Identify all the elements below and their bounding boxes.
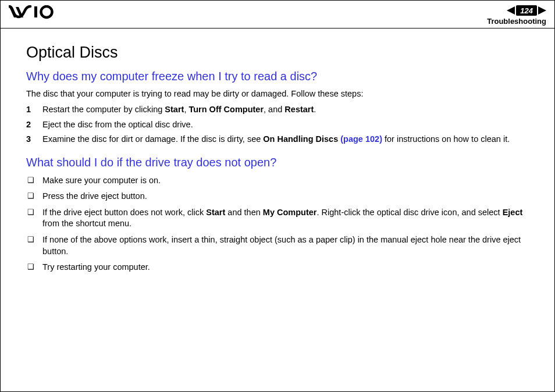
question-2-items: Make sure your computer is on. Press the… <box>26 175 529 273</box>
svg-rect-0 <box>34 6 37 17</box>
page-link[interactable]: (page 102) <box>338 134 382 144</box>
text: and then <box>225 208 263 217</box>
next-page-arrow-icon[interactable] <box>538 6 546 15</box>
text: Make sure your computer is on. <box>42 176 161 185</box>
text: . Right-click the optical disc drive ico… <box>316 208 502 217</box>
list-item: 2 Eject the disc from the optical disc d… <box>26 119 529 131</box>
question-1-steps: 1 Restart the computer by clicking Start… <box>26 104 529 145</box>
text: If the drive eject button does not work,… <box>42 208 206 217</box>
bold-text: Start <box>165 105 184 114</box>
list-item: Try restarting your computer. <box>26 262 529 273</box>
section-label: Troubleshooting <box>487 17 546 26</box>
question-1-heading: Why does my computer freeze when I try t… <box>26 70 529 83</box>
list-item: Make sure your computer is on. <box>26 175 529 187</box>
vaio-logo <box>9 5 67 22</box>
bold-text: Restart <box>284 105 314 114</box>
page-number: 124 <box>516 5 537 16</box>
list-item: If the drive eject button does not work,… <box>26 207 529 230</box>
text: Eject the disc from the optical disc dri… <box>42 120 193 129</box>
text: , and <box>264 105 284 114</box>
text: If none of the above options work, inser… <box>42 235 521 256</box>
step-number: 2 <box>26 119 31 131</box>
bold-text: On Handling Discs <box>263 134 338 144</box>
page-title: Optical Discs <box>26 44 529 62</box>
header-right: 124 Troubleshooting <box>487 5 546 26</box>
bold-text: Turn Off Computer <box>188 105 264 114</box>
list-item: Press the drive eject button. <box>26 191 529 202</box>
text: for instructions on how to clean it. <box>382 134 510 144</box>
text: . <box>314 105 316 114</box>
page-nav: 124 <box>487 5 546 16</box>
bold-text: Start <box>206 208 225 217</box>
text: Examine the disc for dirt or damage. If … <box>42 134 263 144</box>
text: Restart the computer by clicking <box>42 105 165 114</box>
prev-page-arrow-icon[interactable] <box>507 6 515 15</box>
question-2-heading: What should I do if the drive tray does … <box>26 156 529 169</box>
step-number: 3 <box>26 134 31 145</box>
svg-point-1 <box>41 6 52 17</box>
text: Press the drive eject button. <box>42 191 147 201</box>
page-content: Optical Discs Why does my computer freez… <box>1 28 554 295</box>
question-1-intro: The disc that your computer is trying to… <box>26 89 529 98</box>
page-header: 124 Troubleshooting <box>1 1 554 28</box>
list-item: 1 Restart the computer by clicking Start… <box>26 104 529 116</box>
text: from the shortcut menu. <box>42 219 131 228</box>
list-item: If none of the above options work, inser… <box>26 234 529 257</box>
text: Try restarting your computer. <box>42 262 150 272</box>
bold-text: Eject <box>503 208 523 217</box>
bold-text: My Computer <box>263 208 317 217</box>
list-item: 3 Examine the disc for dirt or damage. I… <box>26 134 529 145</box>
step-number: 1 <box>26 104 31 116</box>
